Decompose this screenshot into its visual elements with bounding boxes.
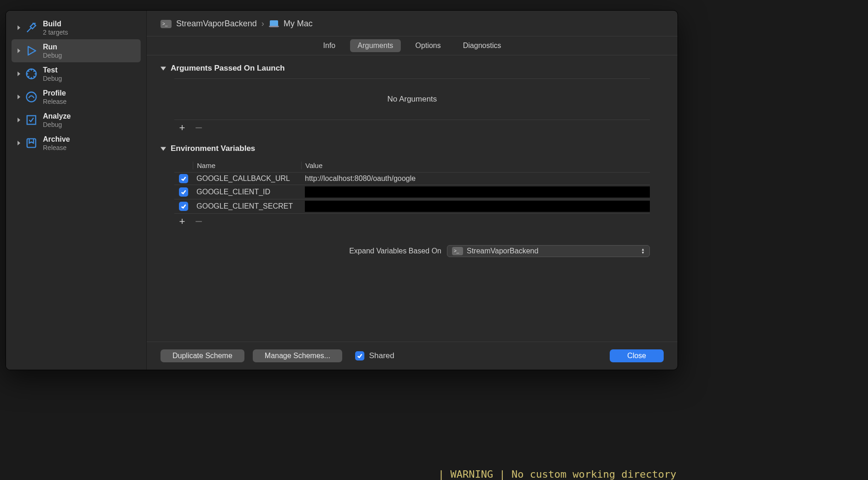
svg-marker-9 [18, 141, 20, 145]
updown-icon: ▲▼ [639, 247, 647, 255]
env-enable-checkbox[interactable] [179, 187, 188, 197]
wrench-icon [24, 67, 38, 81]
chevron-right-icon[interactable] [15, 47, 23, 54]
expand-variables-label: Expand Variables Based On [349, 247, 441, 255]
sidebar-item-title: Archive [43, 135, 70, 144]
svg-marker-12 [161, 147, 166, 150]
shared-checkbox[interactable] [355, 351, 364, 360]
add-argument-button[interactable]: + [177, 123, 187, 133]
disclosure-triangle-icon[interactable] [161, 66, 166, 71]
section-env: Environment Variables [161, 144, 664, 153]
env-row[interactable]: GOOGLE_CLIENT_SECRET [174, 199, 650, 214]
env-enable-checkbox[interactable] [179, 202, 188, 211]
play-icon [24, 44, 38, 58]
sidebar-item-title: Build [43, 20, 68, 28]
tab-bar: InfoArgumentsOptionsDiagnostics [147, 36, 678, 55]
analyze-icon [24, 113, 38, 127]
breadcrumb: >_ StreamVaporBackend › My Mac [147, 11, 678, 36]
env-enable-checkbox[interactable] [179, 174, 188, 183]
chevron-right-icon[interactable] [15, 70, 23, 78]
sidebar-item-title: Profile [43, 89, 66, 97]
sidebar-item-archive[interactable]: ArchiveRelease [12, 132, 141, 155]
svg-marker-1 [18, 48, 20, 53]
env-row[interactable]: GOOGLE_CLIENT_ID [174, 185, 650, 199]
tab-options[interactable]: Options [408, 39, 448, 52]
svg-marker-0 [18, 25, 20, 30]
sidebar-item-build[interactable]: Build2 targets [12, 16, 141, 39]
sidebar-item-subtitle: Debug [43, 52, 62, 59]
remove-argument-button[interactable]: − [194, 123, 204, 133]
section-arguments-title: Arguments Passed On Launch [171, 64, 285, 73]
chevron-right-icon[interactable] [15, 93, 23, 101]
svg-marker-5 [18, 95, 20, 99]
arguments-list-empty: No Arguments [174, 78, 650, 120]
duplicate-scheme-button[interactable]: Duplicate Scheme [161, 349, 244, 362]
env-name[interactable]: GOOGLE_CALLBACK_URL [196, 174, 290, 182]
shared-label: Shared [369, 351, 394, 360]
env-header-name: Name [193, 162, 301, 169]
close-button[interactable]: Close [610, 349, 664, 362]
chevron-right-icon: › [262, 19, 264, 29]
add-env-button[interactable]: + [177, 216, 187, 227]
breadcrumb-destination[interactable]: My Mac [284, 19, 313, 29]
svg-marker-2 [28, 47, 36, 55]
sidebar-item-subtitle: 2 targets [43, 29, 68, 36]
archive-icon [24, 136, 38, 150]
svg-marker-11 [161, 66, 166, 70]
svg-rect-10 [27, 139, 36, 148]
section-env-title: Environment Variables [171, 144, 255, 153]
hammer-icon [24, 21, 38, 35]
sidebar-item-subtitle: Release [43, 98, 66, 105]
breadcrumb-project[interactable]: StreamVaporBackend [176, 19, 257, 29]
env-name[interactable]: GOOGLE_CLIENT_SECRET [196, 202, 293, 210]
chevron-right-icon[interactable] [15, 139, 23, 147]
gauge-icon [24, 90, 38, 104]
disclosure-triangle-icon[interactable] [161, 146, 166, 151]
svg-point-6 [27, 92, 36, 102]
section-arguments: Arguments Passed On Launch [161, 64, 664, 73]
terminal-icon: >_ [452, 247, 463, 255]
expand-variables-value: StreamVaporBackend [467, 247, 538, 255]
sidebar-item-run[interactable]: RunDebug [12, 39, 141, 62]
sidebar-item-title: Analyze [43, 112, 71, 120]
redacted-value [305, 186, 650, 198]
tab-diagnostics[interactable]: Diagnostics [456, 39, 509, 52]
sidebar-item-subtitle: Release [43, 144, 70, 151]
sidebar-item-profile[interactable]: ProfileRelease [12, 85, 141, 108]
footer: Duplicate Scheme Manage Schemes... Share… [147, 342, 678, 370]
env-value[interactable]: http://localhost:8080/oauth/google [305, 174, 416, 182]
terminal-output-line: | WARNING | No custom working directory [438, 468, 677, 480]
sidebar-item-title: Test [43, 66, 62, 74]
tab-info[interactable]: Info [316, 39, 343, 52]
env-row[interactable]: GOOGLE_CALLBACK_URLhttp://localhost:8080… [174, 173, 650, 185]
env-header-value: Value [301, 162, 650, 169]
redacted-value [305, 201, 650, 212]
sidebar-item-title: Run [43, 43, 62, 51]
manage-schemes-button[interactable]: Manage Schemes... [253, 349, 342, 362]
chevron-right-icon[interactable] [15, 24, 23, 31]
env-name[interactable]: GOOGLE_CLIENT_ID [196, 188, 270, 196]
scheme-action-sidebar: Build2 targetsRunDebugTestDebugProfileRe… [6, 11, 147, 370]
sidebar-item-subtitle: Debug [43, 121, 71, 128]
svg-marker-7 [18, 118, 20, 122]
remove-env-button[interactable]: − [194, 216, 204, 227]
sidebar-item-analyze[interactable]: AnalyzeDebug [12, 108, 141, 132]
chevron-right-icon[interactable] [15, 116, 23, 124]
terminal-icon: >_ [161, 20, 172, 28]
svg-marker-3 [18, 72, 20, 76]
tab-arguments[interactable]: Arguments [350, 39, 400, 52]
scheme-editor-window: Build2 targetsRunDebugTestDebugProfileRe… [6, 10, 678, 370]
expand-variables-popup[interactable]: >_ StreamVaporBackend ▲▼ [447, 245, 650, 257]
sidebar-item-test[interactable]: TestDebug [12, 62, 141, 85]
sidebar-item-subtitle: Debug [43, 75, 62, 82]
env-table: Name Value GOOGLE_CALLBACK_URLhttp://loc… [174, 159, 650, 214]
laptop-icon [269, 20, 279, 28]
